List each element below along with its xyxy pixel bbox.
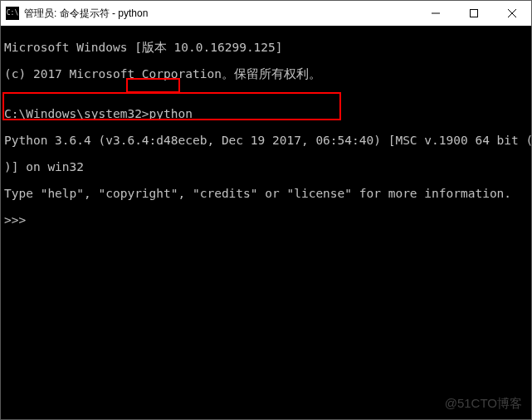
minimize-button[interactable]	[417, 1, 455, 26]
close-button[interactable]	[493, 1, 531, 26]
terminal-line: )] on win32	[4, 160, 532, 173]
terminal-window: C:\ 管理员: 命令提示符 - python Microsoft Window…	[0, 0, 532, 420]
window-title: 管理员: 命令提示符 - python	[24, 7, 148, 21]
cmd-icon-label: C:\	[7, 10, 18, 17]
terminal-line: Python 3.6.4 (v3.6.4:d48eceb, Dec 19 201…	[4, 134, 532, 147]
terminal-line: Type "help", "copyright", "credits" or "…	[4, 187, 532, 200]
terminal-area: Microsoft Windows [版本 10.0.16299.125] (c…	[1, 26, 531, 419]
maximize-button[interactable]	[455, 1, 493, 26]
terminal-line: Microsoft Windows [版本 10.0.16299.125]	[4, 41, 532, 54]
watermark: @51CTO博客	[445, 396, 522, 412]
cmd-icon: C:\	[6, 7, 19, 20]
terminal-line: >>>	[4, 213, 532, 227]
terminal-content[interactable]: Microsoft Windows [版本 10.0.16299.125] (c…	[1, 26, 532, 419]
window-controls	[417, 1, 531, 26]
terminal-line: C:\Windows\system32>python	[4, 107, 532, 120]
terminal-line: (c) 2017 Microsoft Corporation。保留所有权利。	[4, 67, 532, 81]
svg-rect-1	[471, 10, 478, 17]
titlebar[interactable]: C:\ 管理员: 命令提示符 - python	[1, 1, 531, 26]
